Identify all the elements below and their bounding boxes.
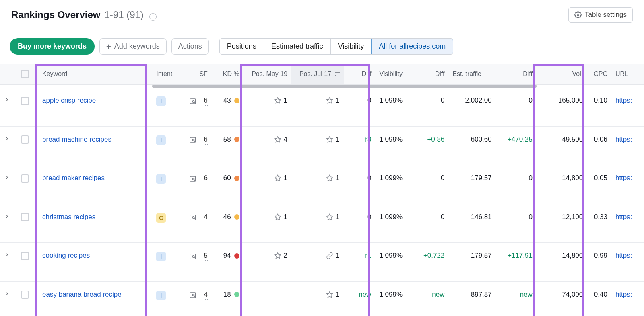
col-est-traffic[interactable]: Est. traffic [448, 64, 495, 85]
sf-cell[interactable]: 6 [181, 126, 212, 165]
sf-count: 6 [204, 174, 207, 183]
sf-cell[interactable]: 6 [181, 88, 212, 126]
intent-badge[interactable]: I [156, 291, 166, 300]
url-link[interactable]: https: [611, 204, 644, 243]
intent-cell: I [152, 165, 181, 204]
title-group: Rankings Overview 1-91 (91) i [11, 9, 157, 21]
table-row: bread maker recipes I 6 60 1 1 0 1.099% … [0, 165, 644, 204]
col-diff-traffic[interactable]: Diff [496, 64, 537, 85]
col-kd[interactable]: KD % [212, 64, 244, 85]
row-expand[interactable] [0, 126, 17, 165]
row-expand[interactable] [0, 204, 17, 243]
url-link[interactable]: https: [611, 243, 644, 282]
serp-features-icon [189, 136, 197, 144]
pos-jul-cell: 1 [291, 126, 343, 165]
row-checkbox[interactable] [17, 88, 38, 126]
url-link[interactable]: https: [611, 126, 644, 165]
checkbox-icon[interactable] [21, 213, 29, 221]
chevron-right-icon [4, 174, 10, 180]
visibility-value: 1.099% [375, 243, 416, 282]
row-expand[interactable] [0, 281, 17, 316]
col-keyword[interactable]: Keyword [38, 64, 152, 85]
keyword-link[interactable]: christmas recipes [38, 204, 152, 243]
table-settings-button[interactable]: Table settings [568, 7, 633, 23]
checkbox-icon[interactable] [21, 97, 29, 105]
tab-estimated-traffic[interactable]: Estimated traffic [264, 39, 331, 54]
keyword-link[interactable]: bread maker recipes [38, 165, 152, 204]
col-url[interactable]: URL [611, 64, 644, 85]
col-pos-may[interactable]: Pos. May 19 [244, 64, 291, 85]
col-volume[interactable]: Vol. [537, 64, 587, 85]
tab-visibility[interactable]: Visibility [331, 39, 372, 54]
kd-value: 58 [223, 135, 231, 144]
col-cpc[interactable]: CPC [587, 64, 611, 85]
keyword-link[interactable]: cooking recipes [38, 243, 152, 282]
chevron-right-icon [4, 213, 10, 219]
sf-cell[interactable]: 4 [181, 281, 212, 316]
svg-point-0 [577, 14, 579, 16]
col-diff-position[interactable]: Diff [344, 64, 376, 85]
keyword-link[interactable]: apple crisp recipe [38, 88, 152, 126]
col-intent[interactable]: Intent [152, 64, 181, 85]
intent-cell: I [152, 88, 181, 126]
intent-badge[interactable]: I [156, 96, 166, 106]
checkbox-icon[interactable] [21, 70, 29, 78]
checkbox-icon[interactable] [21, 291, 29, 299]
intent-badge[interactable]: I [156, 174, 166, 184]
kd-value: 18 [223, 291, 231, 299]
rankings-table: Keyword Intent SF KD % Pos. May 19 Pos. … [0, 64, 644, 316]
checkbox-icon[interactable] [21, 252, 29, 260]
sf-cell[interactable]: 5 [181, 243, 212, 282]
row-checkbox[interactable] [17, 126, 38, 165]
kd-value: 94 [223, 252, 231, 260]
col-visibility[interactable]: Visibility [375, 64, 416, 85]
col-diff-visibility[interactable]: Diff [416, 64, 449, 85]
checkbox-icon[interactable] [21, 135, 29, 144]
sf-cell[interactable]: 6 [181, 165, 212, 204]
row-expand[interactable] [0, 88, 17, 126]
row-checkbox[interactable] [17, 204, 38, 243]
url-link[interactable]: https: [611, 88, 644, 126]
row-checkbox[interactable] [17, 281, 38, 316]
url-link[interactable]: https: [611, 165, 644, 204]
keyword-link[interactable]: bread machine recipes [38, 126, 152, 165]
toolbar: Buy more keywords + Add keywords Actions… [0, 30, 644, 64]
intent-badge[interactable]: I [156, 135, 166, 145]
visibility-value: 1.099% [375, 204, 416, 243]
buy-more-keywords-button[interactable]: Buy more keywords [10, 38, 95, 55]
cpc-value: 0.10 [587, 88, 611, 126]
volume-value: 165,000 [537, 88, 587, 126]
position-value: 4 [274, 135, 287, 144]
intent-badge[interactable]: I [156, 252, 166, 261]
intent-badge[interactable]: C [156, 213, 166, 223]
serp-features-icon [189, 291, 197, 299]
info-icon[interactable]: i [149, 13, 157, 21]
col-sf[interactable]: SF [181, 64, 212, 85]
position-value: 1 [326, 291, 339, 299]
pos-jul-cell: 1 [291, 165, 343, 204]
row-expand[interactable] [0, 243, 17, 282]
row-checkbox[interactable] [17, 243, 38, 282]
col-select-all[interactable] [17, 64, 38, 85]
col-pos-jul[interactable]: Pos. Jul 17 [291, 64, 343, 85]
keyword-link[interactable]: easy banana bread recipe [38, 281, 152, 316]
chevron-right-icon [4, 136, 10, 142]
pos-may-cell: — [244, 281, 291, 316]
est-traffic-value: 179.57 [448, 165, 495, 204]
url-link[interactable]: https: [611, 281, 644, 316]
visibility-value: 1.099% [375, 88, 416, 126]
add-keywords-button[interactable]: + Add keywords [99, 38, 167, 55]
row-expand[interactable] [0, 165, 17, 204]
diff-position: 0 [344, 165, 376, 204]
tab-all-for-domain[interactable]: All for allrecipes.com [371, 38, 453, 55]
intent-cell: I [152, 243, 181, 282]
actions-button[interactable]: Actions [171, 38, 209, 55]
tab-positions[interactable]: Positions [220, 39, 264, 54]
diff-visibility: 0 [416, 88, 449, 126]
sf-cell[interactable]: 4 [181, 204, 212, 243]
kd-value: 43 [223, 96, 231, 105]
checkbox-icon[interactable] [21, 174, 29, 183]
horizontal-scrollbar[interactable] [152, 85, 537, 88]
row-checkbox[interactable] [17, 165, 38, 204]
star-icon [326, 136, 333, 143]
